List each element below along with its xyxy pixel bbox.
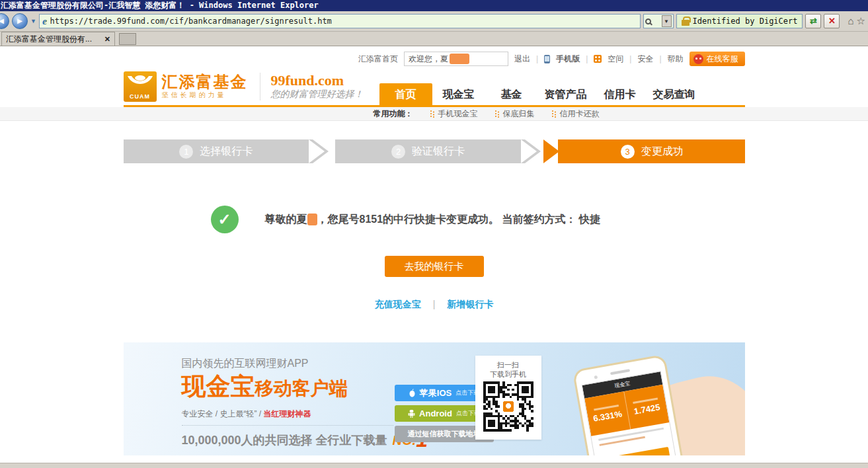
welcome-user-box[interactable]: 欢迎您，夏: [404, 52, 508, 66]
search-dropdown[interactable]: ▼: [662, 15, 672, 27]
ie-favicon: e: [42, 16, 47, 27]
step-select-card: 1 选择银行卡: [124, 139, 309, 163]
nav-tab-home[interactable]: 首页: [379, 83, 432, 105]
qr-caption: 扫一扫 下载到手机: [475, 356, 541, 379]
cuam-logo[interactable]: CUAM: [124, 71, 157, 102]
qr-caption-line1: 扫一扫: [475, 360, 541, 370]
search-icon: [645, 19, 651, 24]
banner-text-block: 国内领先的互联网理财APP 现金宝移动客户端 专业安全 / 史上最“轻” / 当…: [182, 357, 428, 448]
home-icon: ⌂: [848, 15, 853, 26]
new-tab-button[interactable]: [119, 33, 136, 45]
step-label: 选择银行卡: [200, 145, 253, 159]
mobile-version-link[interactable]: 手机版: [556, 54, 580, 65]
site-header: CUAM 汇添富基金 坚信长期的力量 99fund.com 您的财富管理好选择！…: [124, 67, 745, 107]
add-bankcard-link[interactable]: 新增银行卡: [447, 299, 493, 309]
quick-link-guarantee-collect[interactable]: 保底归集: [495, 108, 535, 120]
step-change-success: 3 变更成功: [559, 139, 745, 163]
quick-link-credit-repay[interactable]: 信用卡还款: [552, 108, 600, 120]
banner-subtitle: 国内领先的互联网理财APP: [182, 357, 428, 371]
banner-stats: 10,000,000人的共同选择 全行业下载量 NO. 1: [182, 431, 428, 448]
android-label: Android: [419, 409, 452, 418]
success-message: 尊敬的夏，您尾号8151的中行快捷卡变更成功。 当前签约方式： 快捷: [265, 213, 600, 227]
phone-nav-value: 1.7425: [633, 402, 660, 416]
space-link[interactable]: 空间: [608, 54, 623, 65]
nav-tab-cashbox[interactable]: 现金宝: [432, 83, 485, 105]
chevron-right-icon: [521, 139, 559, 163]
history-dropdown-icon[interactable]: ▼: [30, 18, 36, 24]
tagline-red: 当红理财神器: [264, 409, 311, 418]
address-bar[interactable]: e https://trade.99fund.com/cif/bankcardm…: [39, 14, 641, 28]
stop-button[interactable]: ✕: [824, 14, 840, 28]
nav-tab-credit-card[interactable]: 信用卡: [594, 83, 647, 105]
redacted-name: [307, 214, 317, 225]
back-button[interactable]: ◄: [0, 13, 9, 29]
forward-button[interactable]: ►: [12, 13, 28, 29]
nav-tab-funds[interactable]: 基金: [485, 83, 538, 105]
back-icon: ◄: [0, 16, 5, 26]
qr-caption-line2: 下载到手机: [475, 370, 541, 379]
progress-steps: 1 选择银行卡 2 验证银行卡 3 变更成功: [124, 139, 745, 163]
logout-link[interactable]: 退出: [514, 54, 530, 65]
browser-tab[interactable]: 汇添富基金管理股份有... ✕: [1, 32, 115, 46]
phone-rate-col: 6.331%: [584, 391, 630, 436]
search-box[interactable]: ▼: [643, 14, 674, 28]
space-icon: [594, 55, 602, 63]
check-icon: ✓: [217, 210, 231, 228]
quick-link-label: 手机现金宝: [438, 108, 478, 120]
step-verify-card: 2 验证银行卡: [335, 139, 521, 163]
chevron-down-icon: ▼: [664, 19, 669, 24]
help-link[interactable]: 帮助: [668, 54, 684, 65]
tab-close-button[interactable]: ✕: [104, 35, 110, 44]
qr-code: [483, 381, 533, 432]
app-promo-banner: 国内领先的互联网理财APP 现金宝移动客户端 专业安全 / 史上最“轻” / 当…: [124, 342, 745, 455]
ios-label: 苹果IOS: [420, 387, 452, 399]
nav-tab-transactions[interactable]: 交易查询: [647, 83, 702, 105]
star-icon: ☆: [857, 15, 865, 26]
go-my-bankcards-button[interactable]: 去我的银行卡: [385, 256, 484, 277]
browser-toolbar: ◄ ► ▼ e https://trade.99fund.com/cif/ban…: [0, 11, 868, 32]
dots-icon: [430, 110, 435, 118]
divider: |: [629, 54, 631, 63]
phone-camera: [594, 375, 598, 379]
forward-icon: ►: [16, 16, 24, 26]
android-icon: [408, 409, 415, 418]
quick-link-mobile-cashbox[interactable]: 手机现金宝: [430, 108, 478, 120]
step-number: 3: [621, 145, 635, 159]
security-badge[interactable]: Identified by DigiCert: [676, 14, 803, 28]
logo-slogan: 坚信长期的力量: [162, 91, 248, 100]
favorites-button[interactable]: ☆: [857, 14, 865, 28]
nav-tab-asset-products[interactable]: 资管产品: [538, 83, 594, 105]
chevron-right-icon: [309, 139, 335, 163]
domain-block: 99fund.com 您的财富管理好选择！: [271, 73, 364, 100]
dots-icon: [552, 110, 557, 118]
mascot-icon: [693, 54, 703, 64]
divider: |: [536, 54, 538, 63]
qr-card: 扫一扫 下载到手机: [475, 356, 541, 440]
logo-cuam-text: CUAM: [124, 93, 157, 100]
welcome-text: 欢迎您，夏: [409, 54, 448, 65]
logo-text-block[interactable]: 汇添富基金 坚信长期的力量: [162, 73, 248, 100]
stop-icon: ✕: [828, 16, 836, 26]
online-service-button[interactable]: 在线客服: [690, 52, 745, 66]
dots-icon: [495, 110, 500, 118]
banner-title-main: 现金宝: [182, 373, 255, 400]
logo-company-name: 汇添富基金: [162, 73, 248, 91]
window-titlebar: 汇添富基金管理股份有限公司-汇我智慧 添您财富！ - Windows Inter…: [0, 0, 868, 11]
redacted-username: [450, 54, 469, 64]
url-text[interactable]: https://trade.99fund.com/cif/bankcardman…: [50, 17, 332, 26]
step-label: 变更成功: [641, 145, 684, 159]
security-link[interactable]: 安全: [637, 54, 653, 65]
sub-links: 充值现金宝 | 新增银行卡: [124, 299, 745, 311]
success-message-row: ✓ 尊敬的夏，您尾号8151的中行快捷卡变更成功。 当前签约方式： 快捷: [124, 206, 745, 233]
home-button[interactable]: ⌂: [848, 14, 853, 28]
sms-label: 通过短信获取下载地址: [408, 429, 481, 439]
banner-tagline: 专业安全 / 史上最“轻” / 当红理财神器: [182, 409, 393, 426]
home-page-link[interactable]: 汇添富首页: [358, 54, 398, 65]
step-number: 1: [179, 145, 193, 159]
refresh-button[interactable]: ⇄: [805, 14, 821, 28]
message-prefix: 尊敬的夏: [265, 214, 307, 225]
stats-text: 10,000,000人的共同选择 全行业下载量: [182, 432, 387, 448]
divider: |: [586, 54, 588, 63]
quick-functions-label: 常用功能：: [374, 108, 413, 120]
recharge-cashbox-link[interactable]: 充值现金宝: [375, 299, 421, 309]
